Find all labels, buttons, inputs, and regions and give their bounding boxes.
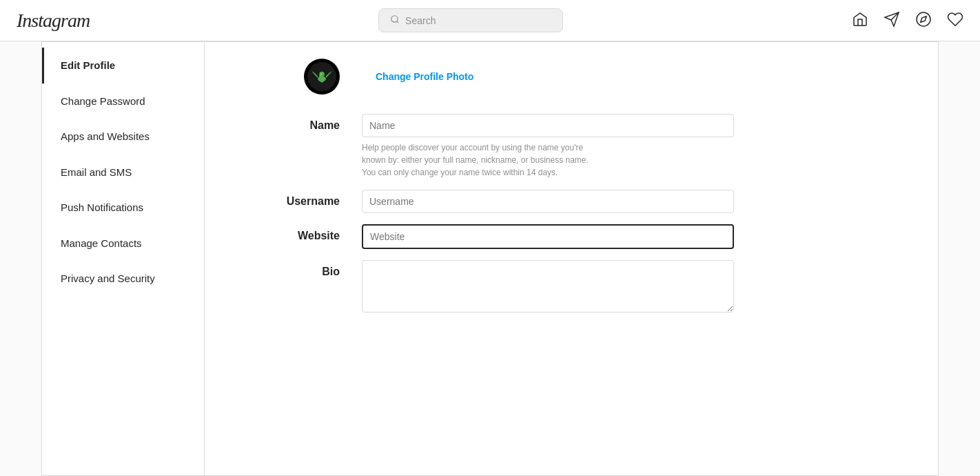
website-field-wrap: [362, 224, 734, 249]
svg-marker-5: [921, 16, 926, 21]
website-form-row: Website: [238, 224, 905, 249]
bio-label: Bio: [238, 260, 362, 278]
svg-point-9: [320, 73, 322, 75]
avatar-image: [307, 62, 336, 91]
website-input[interactable]: [362, 224, 734, 249]
bio-form-row: Bio: [238, 260, 905, 315]
name-hint: Help people discover your account by usi…: [362, 141, 734, 179]
name-form-row: Name Help people discover your account b…: [238, 114, 905, 179]
sidebar-item-privacy-security[interactable]: Privacy and Security: [42, 261, 204, 297]
name-field-wrap: Help people discover your account by usi…: [362, 114, 734, 179]
sidebar-item-push-notifications[interactable]: Push Notifications: [42, 190, 204, 226]
username-label: Username: [238, 190, 362, 208]
sidebar-item-apps-websites[interactable]: Apps and Websites: [42, 119, 204, 155]
search-icon: [390, 14, 400, 26]
instagram-logo: Instagram: [17, 10, 90, 32]
profile-section: Change Profile Photo: [238, 59, 905, 95]
bio-field-wrap: [362, 260, 734, 315]
svg-point-4: [917, 12, 930, 26]
send-icon[interactable]: [884, 11, 900, 30]
name-label: Name: [238, 114, 362, 132]
heart-icon[interactable]: [947, 11, 963, 30]
bio-textarea[interactable]: [362, 260, 734, 313]
username-form-row: Username: [238, 190, 905, 213]
svg-point-8: [319, 72, 325, 77]
sidebar-item-edit-profile[interactable]: Edit Profile: [42, 48, 204, 83]
header-icons: [852, 11, 963, 30]
sidebar: Edit Profile Change Password Apps and We…: [42, 42, 205, 475]
search-bar[interactable]: [378, 8, 563, 32]
website-label: Website: [238, 224, 362, 242]
page-container: Edit Profile Change Password Apps and We…: [41, 41, 939, 476]
svg-point-0: [391, 16, 398, 22]
avatar: [304, 59, 340, 95]
name-input[interactable]: [362, 114, 734, 137]
main-content: Change Profile Photo Name Help people di…: [205, 42, 938, 475]
username-input[interactable]: [362, 190, 734, 213]
username-field-wrap: [362, 190, 734, 213]
sidebar-item-change-password[interactable]: Change Password: [42, 83, 204, 119]
explore-icon[interactable]: [915, 11, 932, 30]
svg-point-7: [318, 76, 326, 81]
sidebar-item-manage-contacts[interactable]: Manage Contacts: [42, 226, 204, 261]
change-photo-link[interactable]: Change Profile Photo: [376, 71, 473, 82]
search-input[interactable]: [405, 15, 551, 26]
sidebar-item-email-sms[interactable]: Email and SMS: [42, 155, 204, 190]
home-icon[interactable]: [852, 11, 868, 30]
header: Instagram: [0, 0, 980, 41]
svg-line-1: [397, 21, 399, 23]
